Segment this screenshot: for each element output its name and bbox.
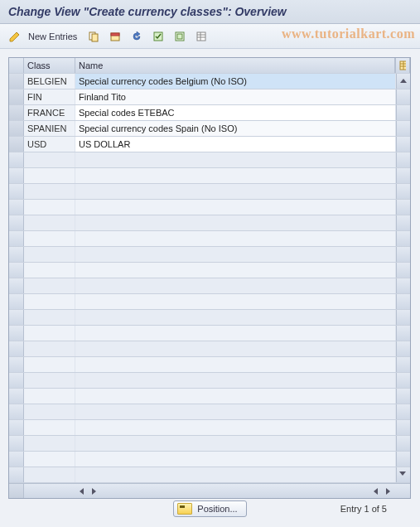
scroll-left-icon[interactable] [77,486,87,496]
vertical-scroll-track [396,215,410,230]
table-row-empty [9,278,410,294]
cell-name[interactable]: Special currency codes Belgium (No ISO) [75,74,396,89]
cell-name[interactable]: Special currency codes Spain (No ISO) [75,121,396,136]
table-header: ClassName [9,58,410,74]
table-row[interactable]: SPANIENSpecial currency codes Spain (No … [9,121,410,137]
entry-count-label: Entry 1 of 5 [340,504,387,514]
row-selector[interactable] [9,74,24,89]
row-selector[interactable] [9,373,24,388]
table-row-empty [9,247,410,263]
table-row-empty [9,294,410,310]
configure-columns-icon[interactable] [395,58,410,73]
row-selector[interactable] [9,278,24,293]
vertical-scroll-track [396,310,410,325]
cell-class[interactable]: USD [24,137,75,152]
table-row[interactable]: FINFinland Tito [9,89,410,105]
cell-name[interactable]: US DOLLAR [75,137,396,152]
scroll-up-icon[interactable] [396,74,410,89]
cell-name[interactable]: Finland Tito [75,89,396,104]
table-row-empty [9,231,410,247]
row-selector[interactable] [9,184,24,199]
row-selector[interactable] [9,215,24,230]
scroll-left-end-icon[interactable] [371,486,381,496]
vertical-scroll-track [396,89,410,104]
row-selector[interactable] [9,452,24,467]
cell-class[interactable]: FIN [24,89,75,104]
table-row[interactable]: FRANCESpecial codes ETEBAC [9,105,410,121]
page-title: Change View "Create currency classes": O… [0,0,420,24]
row-selector[interactable] [9,105,24,120]
table-row-empty [9,357,410,373]
vertical-scroll-track [396,404,410,419]
row-selector[interactable] [9,231,24,246]
table-row-empty [9,436,410,452]
scroll-right-icon[interactable] [89,486,99,496]
vertical-scroll-track [396,452,410,467]
table-row[interactable]: BELGIENSpecial currency codes Belgium (N… [9,74,410,89]
row-selector[interactable] [9,357,24,372]
delete-icon[interactable] [107,28,123,45]
row-selector[interactable] [9,467,24,482]
vertical-scroll-track [396,152,410,167]
vertical-scroll-track [396,137,410,152]
cell-class[interactable]: SPANIEN [24,121,75,136]
edit-icon[interactable] [7,28,23,45]
table-settings-icon[interactable] [193,28,210,45]
select-all-icon[interactable] [150,28,167,45]
row-selector[interactable] [9,389,24,404]
row-selector[interactable] [9,137,24,152]
svg-rect-7 [197,32,205,41]
vertical-scroll-track [396,168,410,183]
deselect-all-icon[interactable] [171,28,188,45]
row-selector[interactable] [9,152,24,167]
table-row-empty [9,310,410,326]
table-row[interactable]: USDUS DOLLAR [9,137,410,152]
position-button[interactable]: Position... [173,500,246,517]
table-row-empty [9,168,410,184]
vertical-scroll-track [396,294,410,309]
cell-name[interactable]: Special codes ETEBAC [75,105,396,120]
select-all-column[interactable] [9,58,24,73]
row-selector[interactable] [9,294,24,309]
row-selector[interactable] [9,341,24,356]
table-row-empty [9,389,410,404]
row-selector[interactable] [9,326,24,341]
svg-rect-6 [177,34,182,39]
vertical-scroll-track [396,121,410,136]
table-row-empty [9,326,410,341]
vertical-scroll-track [396,247,410,262]
horizontal-scrollbar [9,483,410,498]
table-row-empty [9,263,410,278]
vertical-scroll-track [396,357,410,372]
cell-class[interactable]: BELGIEN [24,74,75,89]
row-selector[interactable] [9,263,24,278]
column-header-class[interactable]: Class [24,58,75,73]
row-selector[interactable] [9,121,24,136]
vertical-scroll-track [396,326,410,341]
row-selector[interactable] [9,436,24,451]
scroll-down-icon[interactable] [397,467,408,478]
position-icon [177,503,192,515]
svg-rect-3 [111,33,119,36]
toolbar: New Entries [0,24,420,49]
vertical-scroll-track [396,231,410,246]
vertical-scroll-track [396,105,410,120]
row-selector[interactable] [9,200,24,215]
column-header-name[interactable]: Name [75,58,395,73]
new-entries-button[interactable]: New Entries [28,31,77,41]
copy-icon[interactable] [85,28,102,45]
vertical-scroll-track [396,373,410,388]
row-selector[interactable] [9,168,24,183]
scroll-right-end-icon[interactable] [383,486,393,496]
row-selector[interactable] [9,404,24,419]
vertical-scroll-track[interactable] [396,467,410,482]
table-row-empty [9,200,410,215]
undo-icon[interactable] [128,28,145,45]
cell-class[interactable]: FRANCE [24,105,75,120]
row-selector[interactable] [9,310,24,325]
table-row-empty [9,215,410,231]
row-selector[interactable] [9,247,24,262]
vertical-scroll-track [396,278,410,293]
row-selector[interactable] [9,89,24,104]
row-selector[interactable] [9,420,24,435]
